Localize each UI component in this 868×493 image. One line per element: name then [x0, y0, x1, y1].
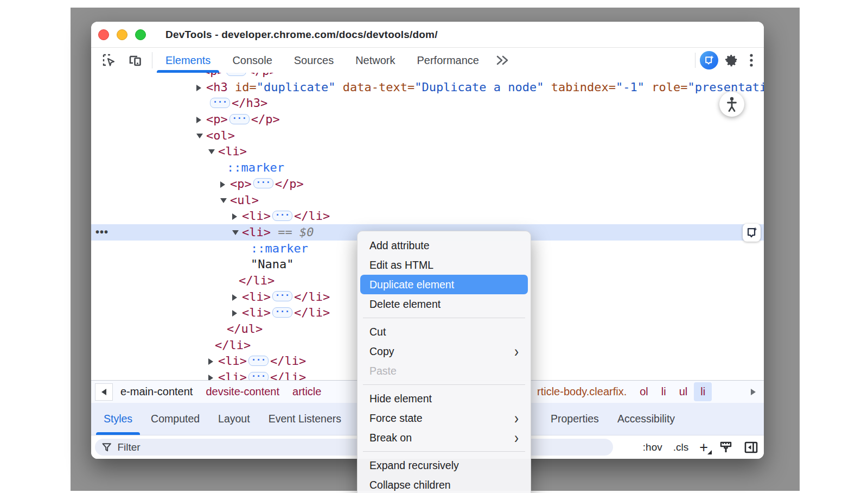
tree-row[interactable]: <ol>	[91, 128, 764, 144]
toolbar-right-divider	[695, 53, 695, 68]
expander-closed-icon[interactable]	[208, 369, 218, 380]
ai-assistant-icon[interactable]	[700, 51, 718, 69]
devtools-toolbar: ElementsConsoleSourcesNetworkPerformance	[91, 48, 764, 73]
menu-item-copy[interactable]: Copy›	[360, 342, 528, 361]
collapsed-content-ellipsis-icon[interactable]: ···	[229, 114, 250, 124]
tab-network[interactable]: Network	[344, 48, 406, 73]
expander-closed-icon[interactable]	[232, 305, 242, 321]
menu-item-collapse-children[interactable]: Collapse children	[360, 475, 528, 493]
collapsed-content-ellipsis-icon[interactable]: ···	[210, 98, 230, 108]
zoom-window-button[interactable]	[135, 29, 146, 40]
breadcrumb-item-devsite-content[interactable]: devsite-content	[199, 382, 286, 401]
collapsed-content-ellipsis-icon[interactable]: ···	[272, 307, 292, 318]
expander-closed-icon[interactable]	[196, 111, 206, 128]
settings-gear-icon[interactable]	[723, 51, 741, 69]
tree-row[interactable]: <li>···</li>	[91, 208, 764, 224]
expander-closed-icon[interactable]	[232, 208, 242, 224]
menu-item-hide-element[interactable]: Hide element	[360, 389, 528, 408]
tree-row[interactable]: <p>···</p>	[91, 111, 764, 128]
menu-item-expand-recursively[interactable]: Expand recursively	[360, 456, 528, 475]
styles-tab-event-listeners[interactable]: Event Listeners	[259, 403, 350, 435]
expander-open-icon[interactable]	[220, 192, 230, 208]
styles-tab-computed[interactable]: Computed	[142, 403, 209, 435]
styles-tab-accessibility[interactable]: Accessibility	[608, 403, 684, 435]
menu-item-add-attribute[interactable]: Add attribute	[360, 236, 528, 255]
expander-closed-icon[interactable]	[232, 289, 242, 305]
tree-row[interactable]: <p>···</p>	[91, 73, 764, 79]
close-window-button[interactable]	[98, 29, 109, 40]
breadcrumb-item-rticle-body-clearfix-[interactable]: rticle-body.clearfix.	[531, 382, 633, 401]
expander-open-icon[interactable]	[196, 128, 206, 144]
code-token-attr: data-text=	[335, 80, 414, 94]
submenu-chevron-icon: ›	[514, 410, 519, 426]
kebab-menu-icon[interactable]	[745, 51, 757, 69]
tab-console[interactable]: Console	[221, 48, 283, 73]
expander-closed-icon[interactable]	[208, 353, 218, 369]
menu-item-cut[interactable]: Cut	[360, 322, 528, 342]
breadcrumb-item-li[interactable]: li	[694, 382, 712, 401]
breadcrumb-item-ul[interactable]: ul	[673, 382, 694, 401]
code-token-pseudo: ::marker	[227, 161, 284, 174]
code-token-tag: <p>	[203, 73, 225, 78]
styles-filter-field[interactable]	[95, 439, 613, 456]
expander-open-icon[interactable]	[232, 224, 242, 241]
expander-closed-icon[interactable]	[220, 176, 230, 192]
collapsed-content-ellipsis-icon[interactable]: ···	[253, 178, 273, 188]
expander-open-icon[interactable]	[208, 143, 218, 160]
code-token-meta: ==	[271, 225, 299, 239]
submenu-chevron-icon: ›	[514, 429, 519, 446]
more-tabs-icon[interactable]	[490, 48, 515, 73]
breadcrumb-scroll-left-button[interactable]	[95, 383, 113, 401]
tab-performance[interactable]: Performance	[406, 48, 490, 73]
breadcrumb-item-ol[interactable]: ol	[633, 382, 655, 401]
styles-tab-styles[interactable]: Styles	[94, 403, 142, 435]
styles-tab-properties[interactable]: Properties	[541, 403, 608, 435]
tree-row[interactable]: <h3 id="duplicate" data-text="Duplicate …	[91, 79, 764, 96]
collapsed-content-ellipsis-icon[interactable]: ···	[272, 211, 292, 221]
collapsed-content-ellipsis-icon[interactable]: ···	[248, 372, 269, 380]
collapsed-content-ellipsis-icon[interactable]: ···	[248, 356, 269, 366]
breadcrumb-item-article[interactable]: article	[286, 382, 328, 401]
code-token-val: "presentation"	[687, 80, 764, 94]
code-token-tag: </li>	[215, 338, 251, 352]
collapsed-content-ellipsis-icon[interactable]: ···	[226, 73, 246, 76]
code-token-tag: </li>	[294, 306, 330, 319]
menu-item-duplicate-element[interactable]: Duplicate element	[360, 275, 528, 294]
tab-elements[interactable]: Elements	[155, 48, 221, 73]
titlebar: DevTools - developer.chrome.com/docs/dev…	[91, 22, 764, 48]
rendering-emulation-icon[interactable]	[719, 440, 733, 454]
accessibility-person-icon[interactable]	[719, 92, 744, 117]
tree-row[interactable]: <li>	[91, 143, 764, 160]
code-token-tag: </li>	[270, 370, 306, 380]
panel-tabs: ElementsConsoleSourcesNetworkPerformance	[155, 48, 490, 73]
menu-item-break-on[interactable]: Break on›	[360, 428, 528, 447]
inspect-element-icon[interactable]	[100, 51, 118, 69]
tree-row[interactable]: <ul>	[91, 192, 764, 208]
tree-row[interactable]: ::marker	[91, 160, 764, 176]
toggle-hover-state-button[interactable]: :hov	[643, 441, 662, 453]
menu-separator	[363, 451, 525, 452]
expander-closed-icon[interactable]	[196, 79, 206, 96]
menu-item-delete-element[interactable]: Delete element	[360, 294, 528, 314]
dock-side-icon[interactable]	[744, 440, 758, 454]
tree-row[interactable]: ···</h3>	[91, 95, 764, 111]
tab-sources[interactable]: Sources	[283, 48, 344, 73]
code-token-tag: <ol>	[206, 129, 235, 142]
breadcrumb-item-e-main-content[interactable]: e-main-content	[114, 382, 199, 401]
breadcrumb-item-li[interactable]: li	[655, 382, 673, 401]
styles-tab-layout[interactable]: Layout	[209, 403, 259, 435]
row-overflow-dots-icon[interactable]: •••	[95, 224, 108, 241]
new-style-rule-button[interactable]: +	[699, 442, 708, 453]
code-token-tag: </li>	[294, 290, 330, 304]
minimize-window-button[interactable]	[117, 29, 127, 40]
traffic-lights	[98, 29, 146, 40]
toggle-device-toolbar-icon[interactable]	[126, 51, 144, 69]
code-token-attr: tabindex=	[544, 80, 616, 94]
toggle-element-classes-button[interactable]: .cls	[673, 441, 689, 453]
collapsed-content-ellipsis-icon[interactable]: ···	[272, 291, 292, 301]
ask-ai-row-icon[interactable]	[743, 224, 761, 242]
tree-row[interactable]: <p>···</p>	[91, 176, 764, 192]
menu-item-edit-as-html[interactable]: Edit as HTML	[360, 255, 528, 275]
menu-item-force-state[interactable]: Force state›	[360, 408, 528, 428]
breadcrumb-scroll-right-button[interactable]	[744, 383, 762, 401]
